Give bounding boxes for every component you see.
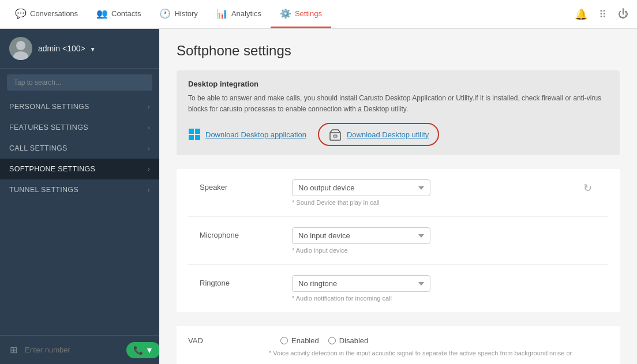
vad-disabled-option[interactable]: Disabled (328, 336, 369, 345)
box-icon (328, 127, 342, 141)
speaker-control: No output device * Sound Device that pla… (292, 179, 579, 206)
svg-rect-5 (189, 135, 194, 140)
nav-right-icons: 🔔 ⠿ ⏻ (572, 5, 631, 24)
nav-contacts[interactable]: 👥 Contacts (87, 0, 150, 28)
vad-section: VAD Enabled Disabled * Voice activity de… (177, 326, 620, 364)
nav-history[interactable]: 🕐 History (150, 0, 207, 28)
svg-rect-4 (195, 129, 200, 134)
sidebar: admin <100> ▼ PERSONAL SETTINGS › FEATUR… (0, 29, 159, 364)
softphone-chevron-icon: › (148, 166, 150, 172)
vad-row: VAD Enabled Disabled (188, 336, 608, 345)
vad-radio-group: Enabled Disabled (280, 336, 368, 345)
call-phone-icon: 📞 (133, 346, 143, 355)
contacts-icon: 👥 (96, 8, 108, 19)
sidebar-header: admin <100> ▼ (0, 29, 159, 69)
nav-analytics-label: Analytics (231, 9, 261, 18)
microphone-row: Microphone No input device * Audio input… (188, 217, 608, 265)
svg-rect-3 (189, 129, 194, 134)
sidebar-item-features[interactable]: FEATURES SETTINGS › (0, 117, 159, 138)
vad-disabled-radio[interactable] (328, 337, 336, 344)
speaker-select[interactable]: No output device (292, 179, 430, 196)
call-chevron-icon: › (148, 145, 150, 152)
vad-enabled-option[interactable]: Enabled (280, 336, 319, 345)
settings-icon: ⚙️ (280, 8, 291, 19)
call-dropdown-icon: ▼ (145, 346, 153, 355)
grid-icon[interactable]: ⠿ (596, 5, 609, 24)
download-utility-label: Download Desktop utility (347, 130, 429, 139)
sidebar-personal-label: PERSONAL SETTINGS (9, 103, 89, 111)
ringtone-hint: * Audio notification for incoming call (292, 295, 597, 302)
nav-conversations-label: Conversations (30, 9, 78, 18)
settings-section: Speaker No output device * Sound Device … (177, 169, 620, 312)
phone-number-input[interactable] (25, 346, 122, 354)
desktop-integration-title: Desktop integration (188, 80, 608, 88)
refresh-icon[interactable]: ↻ (579, 179, 597, 197)
speaker-hint: * Sound Device that play in call (292, 199, 579, 206)
vad-label: VAD (188, 336, 269, 345)
speaker-label: Speaker (200, 179, 292, 192)
speaker-row: Speaker No output device * Sound Device … (188, 169, 608, 217)
search-input[interactable] (7, 74, 152, 91)
sidebar-username: admin <100> ▼ (38, 44, 96, 53)
sidebar-call-label: CALL SETTINGS (9, 144, 68, 152)
microphone-control: No input device * Audio input device (292, 227, 597, 254)
svg-rect-6 (195, 135, 200, 140)
vad-enabled-radio[interactable] (280, 337, 288, 344)
sidebar-item-call[interactable]: CALL SETTINGS › (0, 138, 159, 159)
personal-chevron-icon: › (148, 103, 150, 110)
user-caret-icon: ▼ (90, 46, 96, 52)
nav-analytics[interactable]: 📊 Analytics (207, 0, 271, 28)
sidebar-item-tunnel[interactable]: TUNNEL SETTINGS › (0, 179, 159, 200)
conversations-icon: 💬 (15, 8, 27, 19)
call-button[interactable]: 📞 ▼ (126, 342, 160, 358)
nav-conversations[interactable]: 💬 Conversations (6, 0, 87, 28)
nav-settings-label: Settings (295, 9, 322, 18)
analytics-icon: 📊 (216, 8, 228, 19)
microphone-select[interactable]: No input device (292, 227, 430, 244)
power-icon[interactable]: ⏻ (615, 5, 631, 23)
top-navigation: 💬 Conversations 👥 Contacts 🕐 History 📊 A… (0, 0, 637, 29)
content-area: Softphone settings Desktop integration T… (159, 29, 637, 364)
download-buttons: Download Desktop application Download De… (188, 123, 608, 146)
ringtone-label: Ringtone (200, 275, 292, 287)
notification-icon[interactable]: 🔔 (572, 5, 590, 24)
nav-settings[interactable]: ⚙️ Settings (271, 0, 331, 28)
vad-disabled-label: Disabled (339, 336, 369, 345)
svg-point-1 (16, 41, 25, 50)
svg-rect-8 (334, 135, 337, 137)
history-icon: 🕐 (159, 8, 171, 19)
sidebar-item-personal[interactable]: PERSONAL SETTINGS › (0, 96, 159, 117)
sidebar-features-label: FEATURES SETTINGS (9, 123, 88, 132)
microphone-hint: * Audio input device (292, 247, 597, 254)
download-app-label: Download Desktop application (205, 130, 306, 139)
desktop-integration-box: Desktop integration To be able to answer… (177, 70, 620, 155)
main-layout: admin <100> ▼ PERSONAL SETTINGS › FEATUR… (0, 29, 637, 364)
content-inner: Softphone settings Desktop integration T… (159, 29, 637, 364)
features-chevron-icon: › (148, 124, 150, 131)
download-utility-button[interactable]: Download Desktop utility (318, 123, 439, 146)
vad-enabled-label: Enabled (291, 336, 319, 345)
sidebar-tunnel-label: TUNNEL SETTINGS (9, 186, 78, 194)
nav-history-label: History (174, 9, 197, 18)
sidebar-bottom: ⊞ 📞 ▼ (0, 335, 159, 364)
windows-icon (188, 128, 201, 141)
page-title: Softphone settings (177, 43, 620, 59)
microphone-label: Microphone (200, 227, 292, 239)
desktop-integration-description: To be able to answer and make calls, you… (188, 93, 608, 115)
vad-hint: * Voice activity detection in the input … (269, 350, 608, 357)
download-app-button[interactable]: Download Desktop application (188, 128, 306, 141)
tunnel-chevron-icon: › (148, 186, 150, 193)
ringtone-control: No ringtone * Audio notification for inc… (292, 275, 597, 302)
sidebar-softphone-label: SOFTPHONE SETTINGS (9, 165, 95, 173)
nav-contacts-label: Contacts (111, 9, 141, 18)
avatar (9, 37, 32, 60)
dialpad-icon[interactable]: ⊞ (7, 342, 20, 358)
sidebar-item-softphone[interactable]: SOFTPHONE SETTINGS › (0, 159, 159, 179)
ringtone-select[interactable]: No ringtone (292, 275, 430, 292)
section-divider (177, 312, 620, 319)
ringtone-row: Ringtone No ringtone * Audio notificatio… (188, 265, 608, 312)
